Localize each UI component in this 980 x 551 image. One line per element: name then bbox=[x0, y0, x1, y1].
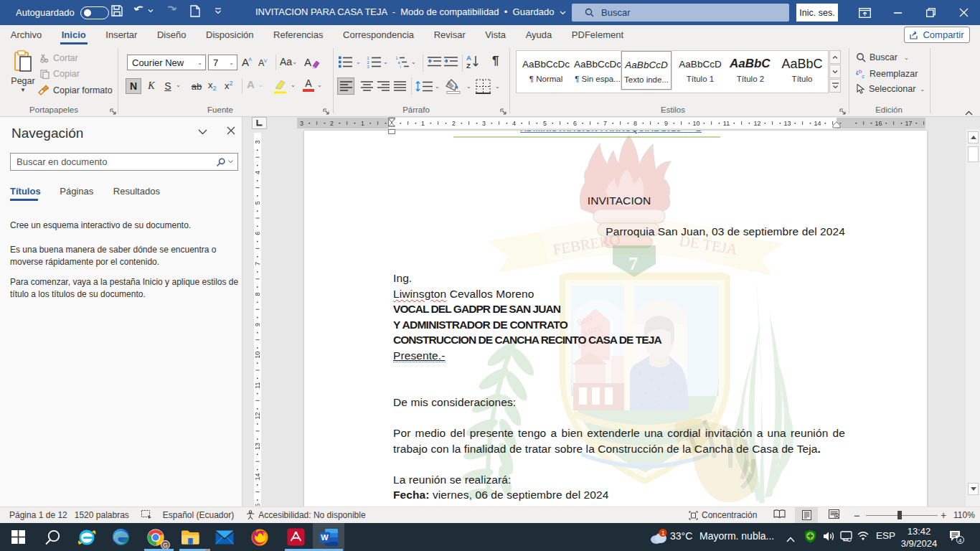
svg-text:i: i bbox=[400, 65, 401, 69]
svg-text:A: A bbox=[304, 56, 311, 68]
svg-text:Z: Z bbox=[466, 62, 471, 70]
svg-text:4: 4 bbox=[958, 537, 962, 544]
svg-text:c: c bbox=[862, 73, 864, 79]
svg-text:A: A bbox=[466, 54, 471, 62]
svg-text:W: W bbox=[321, 533, 329, 542]
svg-text:3: 3 bbox=[367, 65, 369, 69]
svg-text:1: 1 bbox=[661, 529, 665, 537]
